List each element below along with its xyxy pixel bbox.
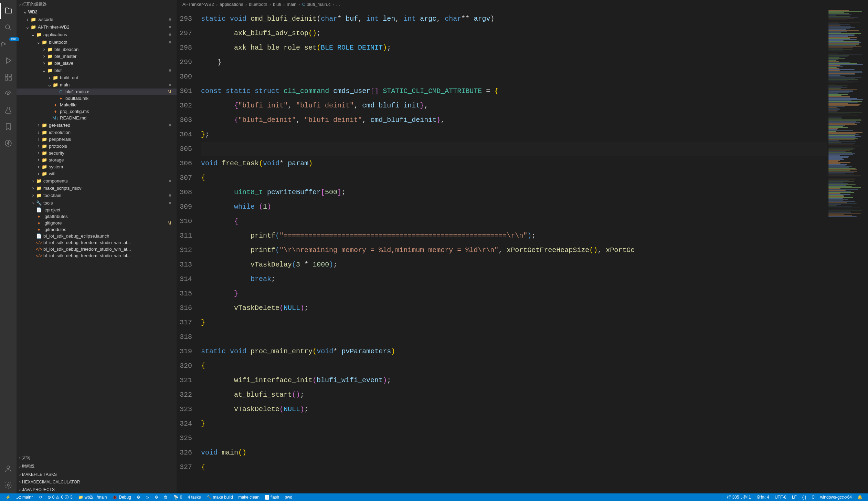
account-icon[interactable] bbox=[0, 460, 17, 477]
file-item[interactable]: </>bl_iot_sdk_debug_freedom_studio_win_a… bbox=[17, 246, 177, 252]
code-line[interactable]: printf("================================… bbox=[201, 229, 827, 243]
folder-item[interactable]: ⌄📁bluetooth● bbox=[17, 38, 177, 46]
folder-item[interactable]: ›📁ble_master bbox=[17, 53, 177, 60]
folder-item[interactable]: ›📁.vscode● bbox=[17, 15, 177, 23]
encoding-indicator[interactable]: UTF-8 bbox=[772, 495, 789, 500]
minimap[interactable] bbox=[827, 9, 868, 493]
code-line[interactable]: } bbox=[201, 286, 827, 301]
code-line[interactable]: vTaskDelete(NULL); bbox=[201, 402, 827, 417]
bookmark-icon[interactable] bbox=[0, 118, 17, 135]
compiler-indicator[interactable]: windows-gcc-x64 bbox=[817, 495, 855, 500]
code-line[interactable]: const static struct cli_command cmds_use… bbox=[201, 84, 827, 98]
folder-item[interactable]: ›📁system bbox=[17, 163, 177, 170]
file-item[interactable]: ♦.gitmodules bbox=[17, 226, 177, 233]
code-line[interactable]: at_blufi_start(); bbox=[201, 388, 827, 402]
search-icon[interactable] bbox=[0, 19, 17, 36]
remote-icon[interactable] bbox=[0, 85, 17, 102]
file-item[interactable]: Cblufi_main.cM bbox=[17, 88, 177, 95]
indentation-indicator[interactable]: 空格: 4 bbox=[754, 494, 772, 500]
cursor-position[interactable]: 行 305，列 1 bbox=[724, 494, 753, 500]
file-item[interactable]: ♦Makefile bbox=[17, 102, 177, 108]
file-item[interactable]: 📄.cproject bbox=[17, 207, 177, 213]
code-line[interactable]: while (1) bbox=[201, 200, 827, 214]
code-line[interactable]: break; bbox=[201, 272, 827, 286]
tasks-indicator[interactable]: 4 tasks bbox=[185, 495, 204, 500]
file-item[interactable]: ♦bouffalo.mk bbox=[17, 95, 177, 102]
folder-item[interactable]: ›📁wifi bbox=[17, 170, 177, 177]
problems-indicator[interactable]: ⊘0 ⚠0 ⓘ3 bbox=[45, 494, 75, 500]
folder-item[interactable]: ›📁get-started● bbox=[17, 121, 177, 129]
folder-item[interactable]: ›📁peripherals bbox=[17, 136, 177, 143]
file-item[interactable]: ♦proj_config.mk bbox=[17, 108, 177, 115]
hex-calc-header[interactable]: ›HEXADECIMAL CALCULATOR bbox=[17, 478, 177, 486]
folder-item[interactable]: ⌄📁main● bbox=[17, 81, 177, 88]
code-line[interactable]: void main() bbox=[201, 446, 827, 460]
code-line[interactable]: {"blufi_init", "blufi deinit", cmd_blufi… bbox=[201, 98, 827, 113]
code-line[interactable]: { bbox=[201, 171, 827, 185]
code-line[interactable]: } bbox=[201, 315, 827, 330]
trash-icon[interactable]: 🗑 bbox=[161, 495, 171, 500]
folder-item[interactable]: ›📁build_out bbox=[17, 74, 177, 81]
sync-indicator[interactable]: ⟲ bbox=[36, 495, 45, 500]
code-line[interactable]: wifi_interface_init(blufi_wifi_event); bbox=[201, 373, 827, 388]
extensions-icon[interactable] bbox=[0, 69, 17, 85]
folder-item[interactable]: ›📁make_scripts_riscv bbox=[17, 185, 177, 191]
folder-item[interactable]: ⌄📁Ai-Thinker-WB2● bbox=[17, 23, 177, 31]
code-line[interactable]: {"blufi_deinit", "blufi deinit", cmd_blu… bbox=[201, 113, 827, 127]
file-item[interactable]: </>bl_iot_sdk_debug_freedom_studio_win_a… bbox=[17, 239, 177, 246]
folder-item[interactable]: ⌄📁blufi● bbox=[17, 66, 177, 74]
folder-item[interactable]: ›📁iot-solution bbox=[17, 129, 177, 136]
folder-item[interactable]: ›📁ble_ibeacon bbox=[17, 46, 177, 53]
file-item[interactable]: 📄bl_iot_sdk_debug_eclipse.launch bbox=[17, 233, 177, 239]
folder-item[interactable]: ⌄📁applications● bbox=[17, 31, 177, 38]
code-line[interactable]: printf("\r\nremaining memory = %ld,minim… bbox=[201, 243, 827, 258]
remote-indicator[interactable]: ⚡ bbox=[3, 495, 13, 500]
breadcrumb-segment[interactable]: blufi_main.c bbox=[307, 2, 330, 7]
code-line[interactable]: vTaskDelay(3 * 1000); bbox=[201, 258, 827, 272]
workspace-header[interactable]: ⌄WB2 bbox=[17, 9, 177, 15]
file-item[interactable]: M↓README.md bbox=[17, 115, 177, 121]
code-line[interactable]: { bbox=[201, 359, 827, 373]
folder-item[interactable]: ›📁toolchain● bbox=[17, 191, 177, 199]
make-clean-button[interactable]: make clean bbox=[236, 495, 262, 500]
code-editor[interactable]: static void cmd_blufi_deinit(char* buf, … bbox=[201, 9, 827, 493]
pwd-button[interactable]: pwd bbox=[282, 495, 295, 500]
branch-indicator[interactable]: ⎇main* bbox=[13, 495, 36, 500]
code-line[interactable]: } bbox=[201, 417, 827, 431]
explorer-icon[interactable] bbox=[0, 3, 17, 19]
folder-item[interactable]: ›🔧tools● bbox=[17, 199, 177, 207]
settings-gear-icon[interactable] bbox=[0, 477, 17, 493]
outline-header[interactable]: ›大纲 bbox=[17, 453, 177, 462]
breadcrumb-segment[interactable]: main bbox=[287, 2, 296, 7]
code-line[interactable]: static void cmd_blufi_deinit(char* buf, … bbox=[201, 12, 827, 26]
breadcrumb-segment[interactable]: ... bbox=[336, 2, 340, 7]
thunder-icon[interactable] bbox=[0, 135, 17, 152]
notifications-icon[interactable]: 🔔 bbox=[855, 495, 865, 500]
source-control-icon[interactable]: 25K+ bbox=[0, 36, 17, 52]
debug-settings-icon[interactable]: ⚙ bbox=[134, 495, 143, 500]
folder-item[interactable]: ›📁protocols bbox=[17, 143, 177, 149]
java-projects-header[interactable]: ›JAVA PROJECTS bbox=[17, 486, 177, 493]
language-indicator[interactable]: C bbox=[809, 495, 817, 500]
code-line[interactable]: void free_task(void* param) bbox=[201, 156, 827, 171]
code-line[interactable]: axk_hal_ble_role_set(BLE_ROLE_DEINIT); bbox=[201, 41, 827, 55]
code-line[interactable] bbox=[201, 330, 827, 344]
build-settings-icon[interactable]: ⚙ bbox=[152, 495, 161, 500]
file-item[interactable]: ♦.gitignoreM bbox=[17, 220, 177, 226]
breadcrumb-segment[interactable]: Ai-Thinker-WB2 bbox=[182, 2, 214, 7]
debug-config[interactable]: 🐞Debug bbox=[109, 495, 134, 500]
breadcrumbs[interactable]: Ai-Thinker-WB2›applications›bluetooth›bl… bbox=[177, 0, 868, 9]
code-line[interactable] bbox=[201, 70, 827, 84]
folder-item[interactable]: ›📁ble_slave bbox=[17, 60, 177, 66]
breadcrumb-segment[interactable]: applications bbox=[220, 2, 243, 7]
code-line[interactable]: static void proc_main_entry(void* pvPara… bbox=[201, 344, 827, 359]
code-line[interactable]: uint8_t pcWriteBuffer[500]; bbox=[201, 185, 827, 200]
ports-indicator[interactable]: 📡0 bbox=[171, 495, 185, 500]
code-line[interactable]: } bbox=[201, 55, 827, 70]
testing-icon[interactable] bbox=[0, 102, 17, 118]
breadcrumb-segment[interactable]: blufi bbox=[273, 2, 281, 7]
folder-item[interactable]: ›📁security bbox=[17, 149, 177, 156]
language-bracket[interactable]: { } bbox=[800, 495, 809, 500]
open-editors-header[interactable]: ›打开的编辑器 bbox=[17, 0, 177, 9]
code-line[interactable] bbox=[201, 431, 827, 446]
